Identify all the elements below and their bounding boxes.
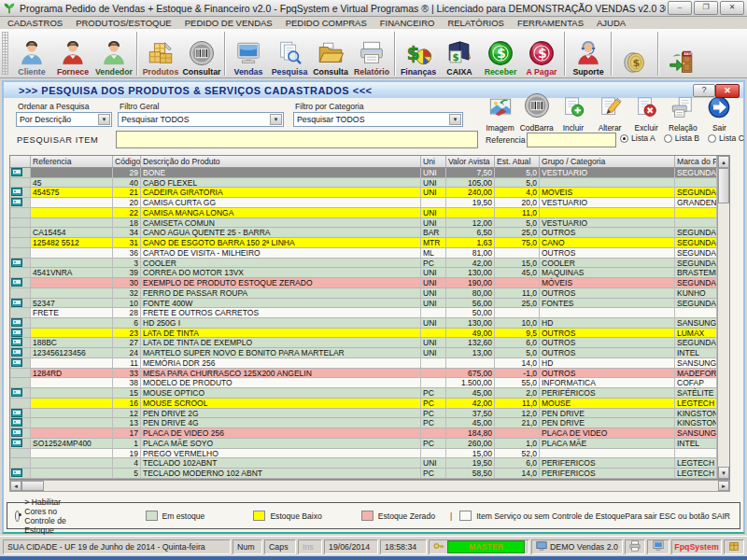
menu-item-relat-rios[interactable]: RELATÓRIOS <box>447 18 504 28</box>
radio-icon[interactable] <box>620 134 628 143</box>
scroll-down-icon[interactable]: ▼ <box>718 467 729 479</box>
vertical-scrollbar[interactable]: ▲ ▼ <box>717 156 729 479</box>
toolbar-button-produtos[interactable]: Produtos <box>140 30 181 77</box>
column-header-est-atual[interactable]: Est. Atual <box>495 156 540 168</box>
maximize-button[interactable]: ❐ <box>694 1 718 15</box>
table-row[interactable]: 29BONEUNI7,505,0VESTUARIOSEGUNDA L <box>10 168 717 178</box>
toolbar-button-exit-door-icon[interactable]: EXIT <box>661 30 702 77</box>
search-item-input[interactable] <box>116 131 478 148</box>
column-header-grupo-categoria[interactable]: Grupo / Categoria <box>540 156 675 168</box>
table-row[interactable]: 5TECLADO MODERNO 102 ABNTPC58,5014,0PERI… <box>10 469 717 479</box>
table-row[interactable]: 188BC27LATA DE TINTA DE EXEMPLOUNI132,60… <box>10 338 717 348</box>
table-row[interactable]: 32FERRO DE PASSAR ROUPAUNI80,0011,0OUTRO… <box>10 288 717 299</box>
table-row[interactable]: FRETE28FRETE E OUTROS CARRETOS50,00 <box>10 308 717 318</box>
menu-item-produtos-estoque[interactable]: PRODUTOS/ESTOQUE <box>76 18 172 28</box>
table-row[interactable]: 15MOUSE OPTICOPC45,002,0PERIFÉRICOSSATÉL… <box>10 388 717 399</box>
table-row[interactable]: 22CAMISA MANGA LONGAUNI11,0 <box>10 208 717 218</box>
toolbar-button-relat-rio[interactable]: Relatório <box>351 30 392 77</box>
cell-gru: OUTROS <box>540 329 675 339</box>
general-filter-select[interactable]: Pesquisar TODOS ▼ <box>118 112 284 127</box>
table-row[interactable]: 23LATA DE TINTA49,009,5OUTROSLUMAX <box>10 329 717 339</box>
cell-icon <box>10 399 31 409</box>
toolbar-button-a-pagar[interactable]: $A Pagar <box>521 30 562 77</box>
table-row[interactable]: 1284RD33MESA PARA CHURRASCO 125X200 ANGE… <box>10 369 717 379</box>
close-button[interactable]: ✕ <box>720 1 744 15</box>
horizontal-scroll-thumb[interactable] <box>21 481 44 491</box>
table-row[interactable]: 18CAMISETA COMUNUNI12,005,0VESTUARIO <box>10 218 717 229</box>
toolbar-button-pesquisa[interactable]: Pesquisa <box>269 30 310 77</box>
column-header-marca-do-pr[interactable]: Marca do Pr <box>675 156 717 168</box>
radio-icon[interactable] <box>664 134 672 143</box>
menu-item-ferramentas[interactable]: FERRAMENTAS <box>517 18 584 28</box>
action-button-excluir[interactable]: Excluir <box>628 86 665 133</box>
menu-item-pedido-compras[interactable]: PEDIDO COMPRAS <box>286 18 367 28</box>
toolbar-button-caixa[interactable]: $CAIXA <box>439 30 480 77</box>
table-row[interactable]: 45457521CADEIRA GIRATORIAUNI240,004,0MOV… <box>10 188 717 198</box>
action-button-imagem[interactable]: Imagem <box>482 86 518 133</box>
action-button-codbarra[interactable]: CodBarra <box>518 86 555 133</box>
column-header-uni[interactable]: Uni <box>421 156 446 168</box>
toolbar-button-consulta[interactable]: Consulta <box>310 30 351 77</box>
table-row[interactable]: 38MODELO DE PRODUTO1.500,0055,0INFORMATI… <box>10 378 717 388</box>
toolbar-button-receber[interactable]: $Receber <box>480 30 521 77</box>
menu-item-ajuda[interactable]: AJUDA <box>597 18 626 28</box>
vertical-scroll-thumb[interactable] <box>718 168 729 203</box>
action-button-sair[interactable]: Sair <box>701 86 738 133</box>
minimize-button[interactable]: – <box>668 1 692 15</box>
status-monitor-panel[interactable] <box>647 539 669 554</box>
table-row[interactable]: SO12524MP4001PLACA MÃE SOYOPC260,001,0PL… <box>10 439 717 449</box>
chevron-down-icon[interactable]: ▼ <box>98 114 110 125</box>
toolbar-button-vendedor[interactable]: Vendedor <box>93 30 134 77</box>
action-button-incluir[interactable]: Incluir <box>555 86 591 133</box>
column-header-valor-avista[interactable]: Valor Avista <box>446 156 495 168</box>
radio-lista-c[interactable]: Lista C <box>708 133 744 143</box>
toolbar-button-vendas[interactable]: Vendas <box>228 30 269 77</box>
table-row[interactable]: 30EXEMPLO DE PRODUTO ESTOQUE ZERADOUNI19… <box>10 278 717 288</box>
menu-item-cadastros[interactable]: CADASTROS <box>7 18 63 28</box>
table-row[interactable]: 6HD 250G IUNI130,0010,0HDSANSUNG <box>10 318 717 329</box>
table-row[interactable]: 5234710FONTE 400WUNI56,0025,0FONTESSEGUN… <box>10 299 717 309</box>
column-header-descri-o-do-produto[interactable]: Descrição do Produto <box>141 156 421 168</box>
menu-item-pedido-de-vendas[interactable]: PEDIDO DE VENDAS <box>185 18 273 28</box>
table-row[interactable]: 17PLACA DE VIDEO 256184,80PLACA DE VIDEO… <box>10 428 717 439</box>
table-row[interactable]: 12345612345624MARTELO SUPER NOVO E BONIT… <box>10 348 717 358</box>
table-row[interactable]: 125482 551231CANO DE ESGOTO BARRA 150 2ª… <box>10 238 717 248</box>
toolbar-button-cliente[interactable]: Cliente <box>11 30 52 77</box>
column-header-referencia[interactable]: Referencia <box>31 156 113 168</box>
table-row[interactable]: 19PREGO VERMELHO15,0052,0 <box>10 449 717 459</box>
table-row[interactable]: 13PEN DRIVE 4GPC45,0021,0PEN DRIVEKINGST… <box>10 418 717 428</box>
radio-icon[interactable] <box>708 134 716 143</box>
toolbar-button-suporte[interactable]: Suporte <box>568 30 609 77</box>
toolbar-button-consultar[interactable]: Consultar <box>181 30 222 77</box>
toolbar-button-finan-as[interactable]: $Finanças <box>398 30 439 77</box>
table-row[interactable]: 16MOUSE SCROOLPC42,0011,0MOUSELEGTECH <box>10 399 717 409</box>
scroll-right-icon[interactable]: ► <box>718 481 729 491</box>
action-button-alterar[interactable]: Alterar <box>591 86 627 133</box>
table-row[interactable]: 12PEN DRIVE 2GPC37,5012,0PEN DRIVEKINGST… <box>10 409 717 419</box>
column-header-c-digo[interactable]: Código <box>113 156 141 168</box>
table-row[interactable]: 4540CABO FLEXELUNI105,005,0 <box>10 178 717 189</box>
radio-lista-b[interactable]: Lista B <box>664 133 699 143</box>
table-row[interactable]: CA1545434CANO AGUA QUENTE 25 - BARRABAR6… <box>10 228 717 238</box>
reference-input[interactable] <box>527 133 616 147</box>
order-filter-select[interactable]: Por Descrição ▼ <box>16 112 112 127</box>
chevron-down-icon[interactable]: ▼ <box>270 114 282 125</box>
table-row[interactable]: 20CAMISA CURTA GG19,5020,0VESTUARIOGRAND… <box>10 198 717 208</box>
toolbar-button-fornece[interactable]: Fornece <box>52 30 93 77</box>
toolbar-button-coin-icon[interactable]: $ <box>614 30 655 77</box>
enable-colors-toggle[interactable] <box>15 511 20 522</box>
scroll-up-icon[interactable]: ▲ <box>718 156 729 168</box>
scroll-left-icon[interactable]: ◄ <box>10 481 21 491</box>
table-row[interactable]: 11MEMÓRIA DDR 25614,0HDSANSUNG <box>10 358 717 369</box>
radio-lista-a[interactable]: Lista A <box>620 133 655 143</box>
table-row[interactable]: 4TECLADO 102ABNTUNI19,506,0PERIFERICOSLE… <box>10 458 717 469</box>
table-row[interactable]: 3COOLERPC42,0015,0COOLERSEGUNDA L <box>10 259 717 269</box>
table-row[interactable]: 36CARTAO DE VISITA - MILHEIROML81,00OUTR… <box>10 248 717 259</box>
chevron-down-icon[interactable]: ▼ <box>449 114 461 125</box>
action-button-rela-o[interactable]: Relação <box>665 86 701 133</box>
status-printer-panel[interactable] <box>625 539 645 554</box>
horizontal-scrollbar[interactable]: ◄ ► <box>9 480 730 492</box>
menu-item-financeiro[interactable]: FINANCEIRO <box>380 18 435 28</box>
category-filter-select[interactable]: Pesquisar TODOS ▼ <box>293 112 463 127</box>
table-row[interactable]: 4541VNRA39CORREA DO MOTOR 13VXUNI130,004… <box>10 268 717 278</box>
